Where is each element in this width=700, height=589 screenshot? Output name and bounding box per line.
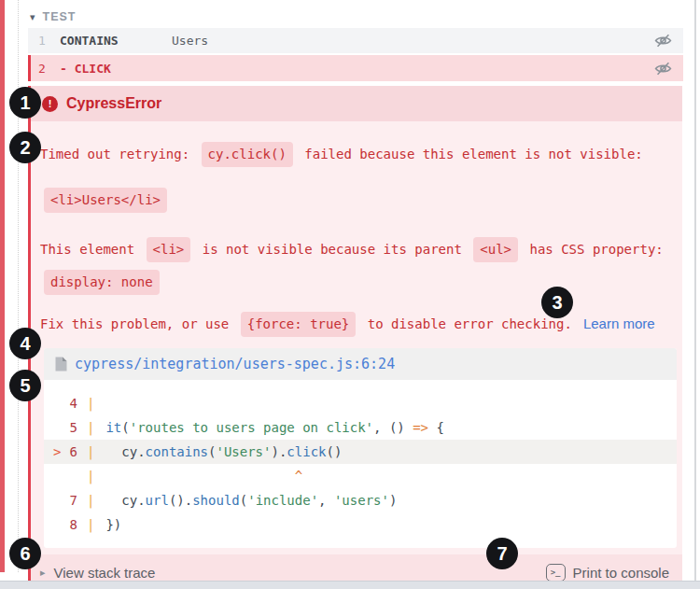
text-token: should <box>192 493 240 508</box>
terminal-icon: >_ <box>546 564 566 582</box>
code-line: 5|it('routes to users page on click', ()… <box>44 415 677 440</box>
file-link[interactable]: cypress/integration/users-spec.js:6:24 <box>75 356 395 372</box>
code-line: 7| cy.url().should('include', 'users') <box>44 488 677 512</box>
code-line: 8|}) <box>44 512 677 537</box>
error-message-line: <li>Users</li> <box>40 188 677 213</box>
text-token: contains <box>146 444 208 459</box>
code-line-content: cy.contains('Users').click() <box>105 444 342 459</box>
text-token: Fix this problem, or use <box>40 316 237 331</box>
code-line: 4| <box>44 391 677 415</box>
error-line-arrow-icon: > <box>44 444 59 459</box>
test-section-label: TEST <box>43 10 77 23</box>
error-icon: ! <box>42 96 58 112</box>
cypress-reporter-screen: ▾ TEST 1 CONTAINS Users 2 - CLICK <box>0 0 700 589</box>
text-token: ( <box>240 493 247 508</box>
text-token: This element <box>40 242 143 257</box>
text-token: failed because this element is not visib… <box>297 147 643 161</box>
text-token: ). <box>271 444 287 459</box>
code-pill: cy.click() <box>202 142 293 167</box>
code-line-content: cy.url().should('include', 'users') <box>105 493 397 508</box>
expand-triangle-icon: ▸ <box>40 567 46 579</box>
print-to-console-label: Print to console <box>573 565 669 581</box>
failed-test-left-border <box>0 0 5 572</box>
command-method: CONTAINS <box>60 34 172 48</box>
stack-trace-label: View stack trace <box>54 565 156 581</box>
error-exclamation-glyph: ! <box>49 98 52 109</box>
hidden-eye-icon[interactable] <box>654 60 672 77</box>
error-container: ! CypressError Timed out retrying: cy.cl… <box>28 86 682 589</box>
text-token: url <box>146 493 169 508</box>
error-body: Timed out retrying: cy.click() failed be… <box>31 142 682 548</box>
error-message-line: Timed out retrying: cy.click() failed be… <box>40 142 677 167</box>
text-token: 'Users' <box>216 444 271 459</box>
code-gutter-pipe: | <box>87 444 94 459</box>
code-line-content: ^ <box>105 469 302 484</box>
terminal-prompt-glyph: >_ <box>551 568 561 577</box>
command-row-click[interactable]: 2 - CLICK <box>28 55 683 81</box>
text-token: (). <box>169 493 192 508</box>
code-line-number: 4 <box>59 396 77 411</box>
code-line-number: 5 <box>59 420 77 435</box>
text-token: to disable error checking. <box>359 316 572 331</box>
panel-right-border <box>694 0 696 581</box>
text-token: ) <box>389 493 397 508</box>
code-gutter-pipe: | <box>87 517 94 532</box>
learn-more-link[interactable]: Learn more <box>583 316 655 331</box>
file-icon <box>55 357 67 372</box>
error-message-line: display: none <box>40 270 677 295</box>
code-pill: display: none <box>44 270 160 295</box>
code-frame-header: cypress/integration/users-spec.js:6:24 <box>44 348 677 380</box>
stack-trace-toggle[interactable]: ▸ View stack trace <box>40 565 155 581</box>
code-gutter-pipe: | <box>87 469 94 484</box>
text-token: it <box>105 420 121 435</box>
text-token: ( <box>121 420 129 435</box>
text-token: ^ <box>105 469 302 484</box>
code-line-number: 8 <box>59 517 77 532</box>
command-row-contains[interactable]: 1 CONTAINS Users <box>28 28 683 53</box>
text-token: Timed out retrying: <box>40 147 198 161</box>
print-to-console-button[interactable]: >_ Print to console <box>546 564 669 582</box>
code-line: >6| cy.contains('Users').click() <box>44 440 677 464</box>
command-message: Users <box>172 34 208 48</box>
command-number: 1 <box>36 34 48 48</box>
text-token: }) <box>105 517 121 532</box>
error-message-line: This element <li> is not visible because… <box>40 237 677 262</box>
code-line: | ^ <box>44 464 677 488</box>
code-gutter-pipe: | <box>87 396 94 411</box>
error-messages: Timed out retrying: cy.click() failed be… <box>40 142 677 295</box>
code-gutter-pipe: | <box>87 420 94 435</box>
error-fix-text: Fix this problem, or use {force: true} t… <box>40 316 572 331</box>
code-gutter-pipe: | <box>87 493 94 508</box>
text-token: has CSS property: <box>522 242 664 257</box>
gutter-dotted-line <box>18 0 19 572</box>
text-token: => <box>413 420 428 435</box>
text-token: cy. <box>105 493 145 508</box>
code-pill: <li>Users</li> <box>44 188 167 213</box>
text-token: 'include' <box>247 493 318 508</box>
text-token: is not visible because its parent <box>194 242 469 257</box>
text-token: , () <box>373 420 413 435</box>
code-frame: cypress/integration/users-spec.js:6:24 4… <box>44 348 677 548</box>
hidden-eye-icon[interactable] <box>654 32 672 49</box>
test-block: ▾ TEST 1 CONTAINS Users 2 - CLICK <box>28 7 683 589</box>
text-token: 'users' <box>334 493 389 508</box>
code-pill: {force: true} <box>241 312 357 337</box>
text-token: , <box>318 493 334 508</box>
code-pill: <ul> <box>473 237 518 262</box>
collapse-triangle-icon: ▾ <box>30 11 35 23</box>
code-pill: <li> <box>147 237 191 262</box>
code-line-number: 7 <box>59 493 77 508</box>
command-method: - CLICK <box>60 62 172 76</box>
code-line-content: }) <box>105 517 121 532</box>
error-header[interactable]: ! CypressError <box>31 86 682 121</box>
text-token: cy. <box>105 444 145 459</box>
text-token: () <box>327 444 343 459</box>
command-number: 2 <box>36 62 48 76</box>
bottom-panel-edge <box>0 581 700 589</box>
error-fix-line: Fix this problem, or use {force: true} t… <box>40 312 677 337</box>
text-token: 'routes to users page on click' <box>130 420 373 435</box>
error-name: CypressError <box>66 95 161 112</box>
test-section-header[interactable]: ▾ TEST <box>28 7 683 26</box>
code-line-content: it('routes to users page on click', () =… <box>105 420 443 435</box>
code-line-number: 6 <box>59 444 77 459</box>
